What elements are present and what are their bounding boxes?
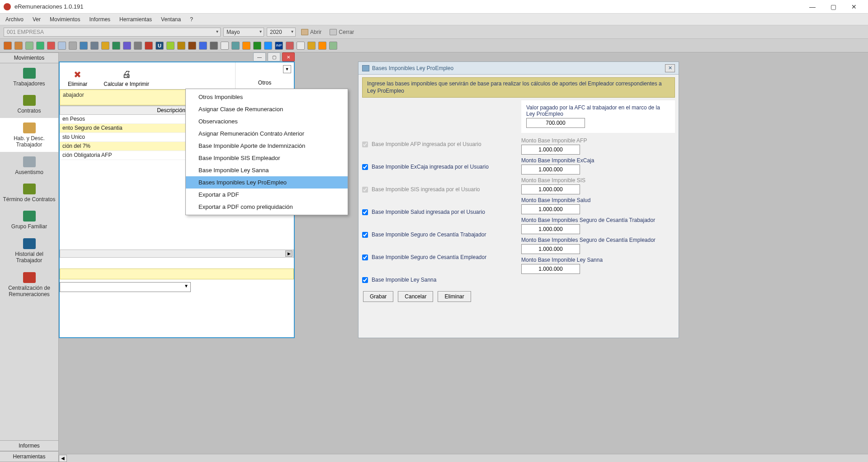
- win1-minimize[interactable]: —: [253, 52, 266, 61]
- menu-herramientas[interactable]: Herramientas: [118, 15, 154, 24]
- toolbar-icon-23[interactable]: [242, 42, 250, 50]
- toolbar-icon-16[interactable]: [166, 42, 175, 50]
- menu-item-5[interactable]: Base Imponible SIS Empleador: [186, 152, 348, 164]
- sidebar-item-6[interactable]: Historial del Trabajador: [0, 234, 58, 268]
- toolbar-icon-27[interactable]: [286, 42, 294, 50]
- toolbar-icon-30[interactable]: [318, 42, 326, 50]
- checkbox-3[interactable]: [362, 209, 368, 215]
- check-3[interactable]: Base Imponible Salud ingresada por el Us…: [362, 209, 516, 215]
- check-1[interactable]: Base Imponible ExCaja ingresada por el U…: [362, 164, 516, 170]
- check-5[interactable]: Base Imponible Seguro de Cesantía Emplea…: [362, 254, 516, 260]
- sidebar-item-7[interactable]: Centralización de Remuneraciones: [0, 268, 58, 302]
- toolbar-icon-14[interactable]: [145, 42, 153, 50]
- open-button[interactable]: Abrir: [298, 28, 324, 36]
- delete-button-2[interactable]: Eliminar: [438, 291, 471, 302]
- checkbox-5[interactable]: [362, 255, 368, 260]
- toolbar-icon-9[interactable]: [90, 42, 99, 50]
- toolbar-icon-29[interactable]: [307, 42, 316, 50]
- close-button[interactable]: ✕: [844, 0, 864, 14]
- sidebar-item-0[interactable]: Trabajadores: [0, 63, 58, 90]
- toolbar-icon-20[interactable]: [210, 42, 218, 50]
- menu-item-4[interactable]: Base Imponible Aporte de Indemnización: [186, 140, 348, 152]
- sidebar-footer-informes[interactable]: Informes: [0, 440, 58, 451]
- menu-ventana[interactable]: Ventana: [159, 15, 183, 24]
- win1-close[interactable]: ✕: [282, 52, 295, 61]
- menu-item-8[interactable]: Exportar a PDF: [186, 189, 348, 201]
- toolbar-icon-4[interactable]: [36, 42, 44, 50]
- toolbar-icon-21[interactable]: [221, 42, 229, 50]
- sidebar-footer-herramientas[interactable]: Herramientas: [0, 451, 58, 462]
- menu-movimientos[interactable]: Movimientos: [48, 15, 82, 24]
- menu-item-9[interactable]: Exportar a PDF como preliquidación: [186, 201, 348, 213]
- menu-item-3[interactable]: Asignar Remuneración Contrato Anterior: [186, 127, 348, 140]
- bottom-yellow-field[interactable]: [60, 269, 294, 279]
- scroll-right-arrow[interactable]: ▶: [285, 250, 292, 257]
- win1-h-scroll[interactable]: ▶: [60, 250, 294, 258]
- toolbar-icon-18[interactable]: [188, 42, 196, 50]
- menu-archivo[interactable]: Archivo: [4, 15, 25, 24]
- win1-maximize[interactable]: ▢: [268, 52, 280, 61]
- field-value-4[interactable]: 1.000.000: [521, 224, 580, 234]
- toolbar-icon-7[interactable]: [69, 42, 77, 50]
- checkbox-6[interactable]: [362, 277, 368, 283]
- toolbar-icon-1[interactable]: [4, 42, 12, 50]
- sidebar-item-1[interactable]: Contratos: [0, 90, 58, 118]
- menu-ver[interactable]: Ver: [31, 15, 42, 24]
- otros-dropdown[interactable]: ▼ Otros: [235, 62, 294, 89]
- scroll-left-arrow[interactable]: ◀: [59, 455, 67, 462]
- sidebar-header[interactable]: Movimientos: [0, 52, 58, 63]
- minimize-button[interactable]: —: [802, 0, 823, 14]
- toolbar-icon-31[interactable]: [329, 42, 337, 50]
- toolbar-icon-25[interactable]: [264, 42, 272, 50]
- toolbar-icon-17[interactable]: [177, 42, 185, 50]
- toolbar-icon-3[interactable]: [25, 42, 33, 50]
- menu-help[interactable]: ?: [188, 15, 195, 24]
- field-value-3[interactable]: 1.000.000: [521, 204, 580, 214]
- toolbar-icon-19[interactable]: [199, 42, 207, 50]
- calc-print-button[interactable]: Calcular e Imprimir: [95, 62, 157, 89]
- toolbar-icon-22[interactable]: [231, 42, 240, 50]
- field-value-6[interactable]: 1.000.000: [521, 264, 580, 274]
- win2-close-button[interactable]: ✕: [665, 64, 675, 72]
- company-combo[interactable]: 001 EMPRESA: [4, 28, 221, 37]
- field-value-1[interactable]: 1.000.000: [521, 165, 580, 174]
- win2-buttons: Grabar Cancelar Eliminar: [359, 287, 679, 302]
- cancel-button[interactable]: Cancelar: [398, 291, 433, 302]
- sidebar-item-2[interactable]: Hab. y Desc. Trabajador: [0, 118, 58, 152]
- workspace-h-scroll[interactable]: ◀: [59, 454, 868, 462]
- check-4[interactable]: Base Imponible Seguro de Cesantía Trabaj…: [362, 231, 516, 238]
- delete-button[interactable]: Eliminar: [60, 62, 95, 89]
- bottom-combo[interactable]: [60, 282, 191, 292]
- checkbox-1[interactable]: [362, 164, 368, 170]
- sidebar-item-4[interactable]: Término de Contratos: [0, 179, 58, 206]
- toolbar-icon-28[interactable]: [297, 42, 305, 50]
- check-6[interactable]: Base Imponible Ley Sanna: [362, 277, 516, 283]
- toolbar-icon-inp[interactable]: INP: [275, 42, 283, 50]
- menu-item-2[interactable]: Observaciones: [186, 115, 348, 127]
- save-button[interactable]: Grabar: [363, 291, 393, 302]
- menu-item-0[interactable]: Otros Imponibles: [186, 91, 348, 103]
- menu-item-6[interactable]: Base Imponible Ley Sanna: [186, 164, 348, 176]
- toolbar-icon-10[interactable]: [101, 42, 109, 50]
- checkbox-4[interactable]: [362, 232, 368, 238]
- toolbar-icon-13[interactable]: [134, 42, 142, 50]
- sidebar-item-5[interactable]: Grupo Familiar: [0, 206, 58, 233]
- menu-informes[interactable]: Informes: [87, 15, 112, 24]
- menu-item-1[interactable]: Asignar Clase de Remuneracion: [186, 103, 348, 115]
- field-value-5[interactable]: 1.000.000: [521, 244, 580, 254]
- maximize-button[interactable]: ▢: [823, 0, 844, 14]
- toolbar-icon-5[interactable]: [47, 42, 55, 50]
- close-company-button[interactable]: Cerrar: [327, 28, 357, 36]
- month-combo[interactable]: Mayo: [223, 28, 264, 37]
- toolbar-icon-24[interactable]: [253, 42, 261, 50]
- sidebar-item-3[interactable]: Ausentismo: [0, 152, 58, 179]
- toolbar-icon-6[interactable]: [58, 42, 66, 50]
- menu-item-7[interactable]: Bases Imponibles Ley ProEmpleo: [186, 176, 348, 189]
- toolbar-icon-2[interactable]: [14, 42, 23, 50]
- year-combo[interactable]: 2020: [267, 28, 296, 37]
- toolbar-icon-12[interactable]: [123, 42, 131, 50]
- toolbar-icon-u[interactable]: U: [156, 42, 164, 50]
- afc-value-input[interactable]: 700.000: [526, 118, 585, 128]
- toolbar-icon-8[interactable]: [80, 42, 88, 50]
- toolbar-icon-11[interactable]: [112, 42, 120, 50]
